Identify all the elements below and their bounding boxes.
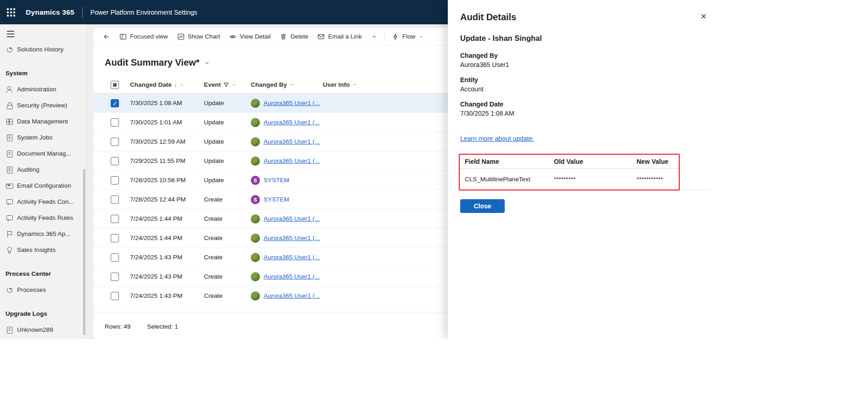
sidebar-scrollbar[interactable] xyxy=(83,169,85,335)
changed-by-cell: Aurora365 User1 (... xyxy=(251,156,323,166)
hamburger-icon[interactable] xyxy=(5,28,17,39)
row-checkbox[interactable] xyxy=(111,118,119,127)
changed-by-link[interactable]: Aurora365 User1 (... xyxy=(264,254,320,261)
table-row[interactable]: 7/24/2025 1:43 PM Create Aurora365 User1… xyxy=(94,248,448,267)
sidebar-item[interactable]: Activity Feeds Con... xyxy=(0,194,87,210)
sidebar-item[interactable]: Document Manag... xyxy=(0,145,87,162)
flow-button[interactable]: Flow xyxy=(387,30,429,44)
chevron-down-icon xyxy=(371,34,378,40)
command-bar: Focused view Show Chart View Detail Dele… xyxy=(94,28,448,45)
chevron-down-icon xyxy=(352,82,357,87)
table-row[interactable]: 7/24/2025 1:44 PM Create Aurora365 User1… xyxy=(94,209,448,229)
changed-by-link[interactable]: Aurora365 User1 (... xyxy=(264,215,320,222)
row-checkbox[interactable] xyxy=(111,99,119,107)
event-cell: Create xyxy=(204,273,251,280)
table-row[interactable]: 7/28/2025 10:56 PM Update SYSTEM xyxy=(94,171,448,190)
sidebar-item[interactable]: Dynamics 365 Ap... xyxy=(0,226,87,242)
processes-icon xyxy=(6,286,13,294)
row-checkbox[interactable] xyxy=(111,176,119,184)
filter-icon xyxy=(223,82,229,88)
more-commands-button[interactable] xyxy=(366,30,382,44)
table-row[interactable]: 7/24/2025 1:44 PM Create Aurora365 User1… xyxy=(94,229,448,248)
sidebar-item-label: Process Center xyxy=(6,270,51,277)
changed-by-link[interactable]: Aurora365 User1 (... xyxy=(264,273,320,280)
sidebar-item[interactable]: Auditing xyxy=(0,162,87,178)
database-icon xyxy=(6,118,13,125)
app-name: Dynamics 365 xyxy=(26,8,74,17)
changed-by-link[interactable]: Aurora365 User1 (... xyxy=(264,292,320,299)
changed-by-cell: Aurora365 User1 (... xyxy=(251,234,323,243)
sidebar-item[interactable]: Unknown289 xyxy=(0,322,87,338)
event-cell: Create xyxy=(204,215,251,222)
view-selector[interactable]: Audit Summary View* xyxy=(94,45,210,68)
close-icon[interactable]: × xyxy=(697,10,710,23)
select-all-checkbox[interactable] xyxy=(111,81,119,89)
avatar xyxy=(251,253,260,262)
waffle-menu-icon[interactable] xyxy=(0,0,21,24)
field-value: Account xyxy=(460,85,716,93)
changed-by-link[interactable]: SYSTEM xyxy=(264,177,289,184)
sidebar-section-header: System xyxy=(0,65,87,81)
email-a-link-button[interactable]: Email a Link xyxy=(313,30,366,44)
changed-by-link[interactable]: Aurora365 User1 (... xyxy=(264,119,320,126)
old-value: ********* xyxy=(554,176,637,183)
table-row[interactable]: 7/29/2025 11:55 PM Update Aurora365 User… xyxy=(94,151,448,171)
detail-field: Changed By Aurora365 User1 xyxy=(460,52,716,68)
sidebar-item[interactable]: System Jobs xyxy=(0,129,87,145)
delete-button[interactable]: Delete xyxy=(275,30,313,44)
table-row[interactable]: 7/30/2025 12:59 AM Update Aurora365 User… xyxy=(94,132,448,151)
topbar-divider xyxy=(82,7,83,18)
changed-date-cell: 7/24/2025 1:44 PM xyxy=(130,235,204,241)
sort-descending-icon: ↓ xyxy=(174,81,177,88)
changed-by-link[interactable]: Aurora365 User1 (... xyxy=(264,138,320,145)
sidebar-item[interactable]: Solutions History xyxy=(0,41,87,57)
changed-by-link[interactable]: SYSTEM xyxy=(264,196,289,203)
sidebar-item-label: Processes xyxy=(17,286,46,293)
show-chart-button[interactable]: Show Chart xyxy=(173,30,225,44)
row-checkbox[interactable] xyxy=(111,253,119,262)
column-header-event[interactable]: Event xyxy=(204,81,251,88)
sidebar-item[interactable]: Email Configuration xyxy=(0,178,87,194)
table-row[interactable]: 7/24/2025 1:43 PM Create Aurora365 User1… xyxy=(94,267,448,286)
learn-more-link[interactable]: Learn more about update. xyxy=(460,135,534,142)
view-detail-button[interactable]: View Detail xyxy=(225,30,275,44)
changed-date-cell: 7/24/2025 1:44 PM xyxy=(130,215,204,222)
sidebar-item[interactable]: Data Management xyxy=(0,113,87,129)
column-header-changed-date[interactable]: Changed Date ↓ xyxy=(130,81,204,88)
row-checkbox[interactable] xyxy=(111,234,119,242)
changed-by-link[interactable]: Aurora365 User1 (... xyxy=(264,100,320,106)
column-header-changed-by[interactable]: Changed By xyxy=(251,81,294,88)
sidebar-item-label: System xyxy=(6,70,28,77)
event-cell: Create xyxy=(204,292,251,299)
change-row: CLS_MultilinePlaneText ********* *******… xyxy=(460,169,679,190)
sidebar-item[interactable]: Processes xyxy=(0,282,87,298)
table-row[interactable]: 7/28/2025 12:44 PM Create SYSTEM xyxy=(94,190,448,209)
chevron-down-icon xyxy=(231,82,237,87)
back-button[interactable] xyxy=(98,30,115,44)
sidebar-item[interactable]: Activity Feeds Rules xyxy=(0,210,87,226)
row-checkbox[interactable] xyxy=(111,292,119,300)
close-button[interactable]: Close xyxy=(460,199,505,213)
panel-title: Audit Details xyxy=(460,12,716,22)
changed-by-link[interactable]: Aurora365 User1 (... xyxy=(264,157,320,164)
changed-by-cell: Aurora365 User1 (... xyxy=(251,253,323,262)
column-label: User Info xyxy=(323,81,350,88)
row-checkbox[interactable] xyxy=(111,273,119,281)
table-row[interactable]: 7/30/2025 1:01 AM Update Aurora365 User1… xyxy=(94,113,448,132)
column-new-value: New Value xyxy=(637,158,679,165)
column-header-user-info[interactable]: User Info xyxy=(323,81,357,88)
row-checkbox[interactable] xyxy=(111,196,119,204)
row-checkbox[interactable] xyxy=(111,138,119,146)
content-card: Focused view Show Chart View Detail Dele… xyxy=(94,28,448,339)
changed-by-link[interactable]: Aurora365 User1 (... xyxy=(264,235,320,241)
row-checkbox[interactable] xyxy=(111,215,119,223)
sidebar-item-label: Solutions History xyxy=(17,46,63,53)
focused-view-button[interactable]: Focused view xyxy=(115,30,173,44)
table-row[interactable]: 7/30/2025 1:08 AM Update Aurora365 User1… xyxy=(94,94,448,113)
sidebar-item[interactable]: Administration xyxy=(0,81,87,97)
table-row[interactable]: 7/24/2025 1:43 PM Create Aurora365 User1… xyxy=(94,286,448,306)
email-a-link-label: Email a Link xyxy=(328,33,362,40)
sidebar-item[interactable]: Security (Preview) xyxy=(0,97,87,113)
row-checkbox[interactable] xyxy=(111,157,119,165)
sidebar-item[interactable]: Sales Insights xyxy=(0,242,87,258)
